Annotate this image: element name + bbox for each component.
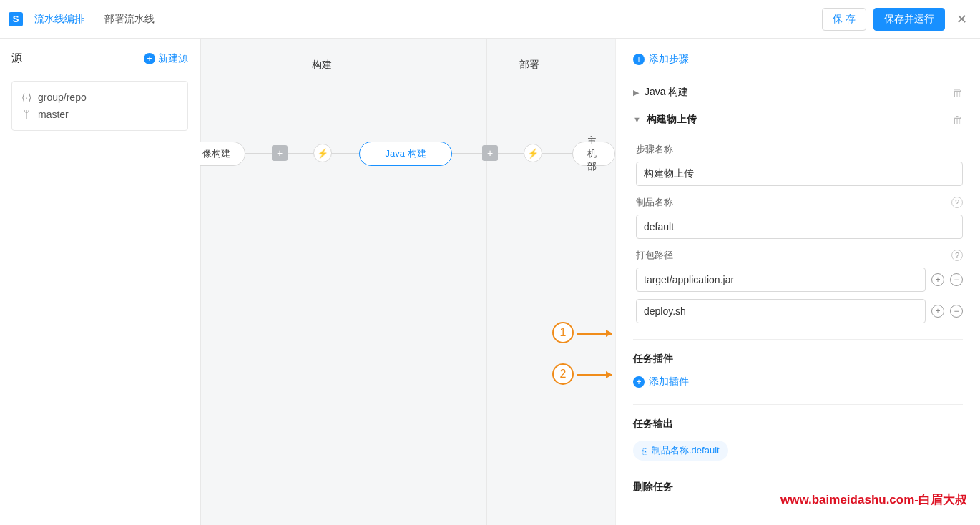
step-java-build-label: Java 构建 [645, 86, 688, 97]
repo-icon: ⟨·⟩ [21, 92, 32, 103]
source-repo-line: ⟨·⟩ group/repo [21, 89, 179, 106]
add-source-label: 新建源 [158, 52, 188, 65]
link-icon: ⎘ [642, 446, 647, 456]
annotation-2: 2 [552, 363, 574, 385]
pack-path-row-1: + − [636, 268, 963, 292]
section-output-title: 任务输出 [633, 418, 963, 431]
topbar-right: 保 存 保存并运行 ✕ [822, 8, 971, 31]
input-step-name[interactable] [636, 162, 963, 186]
input-pack-path-2[interactable] [636, 299, 926, 323]
label-artifact-name-text: 制品名称 [636, 196, 673, 209]
step-upload-label: 构建物上传 [647, 113, 697, 124]
label-step-name: 步骤名称 [636, 143, 963, 156]
divider [633, 404, 963, 405]
tab-pipeline-edit[interactable]: 流水线编排 [29, 13, 90, 26]
add-node-button-1[interactable]: + [272, 145, 288, 161]
input-artifact-name[interactable] [636, 215, 963, 239]
trigger-icon-2[interactable]: ⚡ [524, 144, 542, 162]
plus-circle-icon: + [633, 376, 645, 388]
caret-right-icon: ▶ [633, 88, 639, 97]
step-java-build-row[interactable]: ▶Java 构建 🗑 [633, 79, 963, 106]
delete-step-upload[interactable]: 🗑 [952, 114, 963, 126]
trigger-icon-1[interactable]: ⚡ [313, 144, 332, 162]
app-logo-icon: S [9, 12, 23, 26]
close-icon[interactable]: ✕ [952, 11, 971, 27]
node-host-deploy[interactable]: 主机部 [572, 142, 615, 166]
remove-path-icon[interactable]: − [950, 305, 963, 318]
right-panel: + 添加步骤 ▶Java 构建 🗑 ▼构建物上传 🗑 步骤名称 制品名称 ? 打… [615, 39, 980, 525]
node-image-build[interactable]: 像构建 [200, 142, 245, 166]
step-upload-row[interactable]: ▼构建物上传 🗑 [633, 106, 963, 133]
help-icon[interactable]: ? [951, 197, 963, 208]
label-pack-path: 打包路径 ? [636, 249, 963, 262]
plus-circle-icon: + [633, 54, 645, 65]
watermark-text: www.baimeidashu.com-白眉大叔 [780, 491, 967, 508]
label-artifact-name: 制品名称 ? [636, 196, 963, 209]
add-step-button[interactable]: + 添加步骤 [633, 53, 963, 66]
annotation-1: 1 [552, 322, 574, 343]
source-card[interactable]: ⟨·⟩ group/repo ᛘ master [11, 81, 188, 131]
topbar: S 流水线编排 部署流水线 保 存 保存并运行 ✕ [0, 0, 980, 39]
add-source-button[interactable]: + 新建源 [144, 52, 188, 65]
pack-path-row-2: + − [636, 299, 963, 323]
tab-deploy-pipeline[interactable]: 部署流水线 [96, 13, 163, 26]
output-artifact-label: 制品名称.default [652, 444, 720, 457]
source-branch-line: ᛘ master [21, 106, 179, 123]
add-node-button-2[interactable]: + [482, 145, 498, 161]
divider [633, 339, 963, 340]
source-column: 源 + 新建源 ⟨·⟩ group/repo ᛘ master [0, 39, 200, 525]
branch-icon: ᛘ [21, 109, 32, 120]
remove-path-icon[interactable]: − [950, 273, 963, 286]
annotation-2-arrow [577, 374, 612, 376]
input-pack-path-1[interactable] [636, 268, 926, 292]
annotation-1-arrow [577, 333, 612, 335]
source-header: 源 + 新建源 [11, 51, 188, 65]
plus-circle-icon: + [144, 53, 155, 64]
add-step-label: 添加步骤 [649, 53, 689, 66]
stage-deploy-col: 部署 [486, 39, 615, 525]
node-java-build[interactable]: Java 构建 [359, 142, 452, 166]
section-plugins-title: 任务插件 [633, 353, 963, 365]
caret-down-icon: ▼ [633, 115, 641, 124]
label-pack-path-text: 打包路径 [636, 249, 673, 262]
stage-deploy-label: 部署 [519, 59, 539, 72]
branch-name: master [38, 109, 69, 120]
step-upload-form: 步骤名称 制品名称 ? 打包路径 ? + − + − [633, 143, 963, 323]
stage-build-col: 构建 [200, 39, 415, 525]
pipeline-canvas[interactable]: 构建 部署 像构建 + ⚡ Java 构建 + ⚡ 主机部 1 2 [200, 39, 615, 525]
topbar-left: S 流水线编排 部署流水线 [9, 12, 163, 26]
add-plugin-button[interactable]: + 添加插件 [633, 376, 963, 388]
save-and-run-button[interactable]: 保存并运行 [873, 8, 945, 31]
add-plugin-label: 添加插件 [649, 376, 689, 388]
help-icon[interactable]: ? [951, 250, 963, 261]
main-area: 源 + 新建源 ⟨·⟩ group/repo ᛘ master 构建 部署 像构… [0, 39, 980, 525]
delete-step-java-build[interactable]: 🗑 [952, 87, 963, 99]
add-path-icon[interactable]: + [931, 273, 944, 286]
add-path-icon[interactable]: + [931, 305, 944, 318]
save-button[interactable]: 保 存 [822, 8, 866, 31]
repo-name: group/repo [38, 92, 87, 103]
source-title: 源 [11, 51, 22, 65]
output-artifact-tag[interactable]: ⎘ 制品名称.default [633, 441, 728, 461]
stage-build-label: 构建 [312, 59, 332, 72]
